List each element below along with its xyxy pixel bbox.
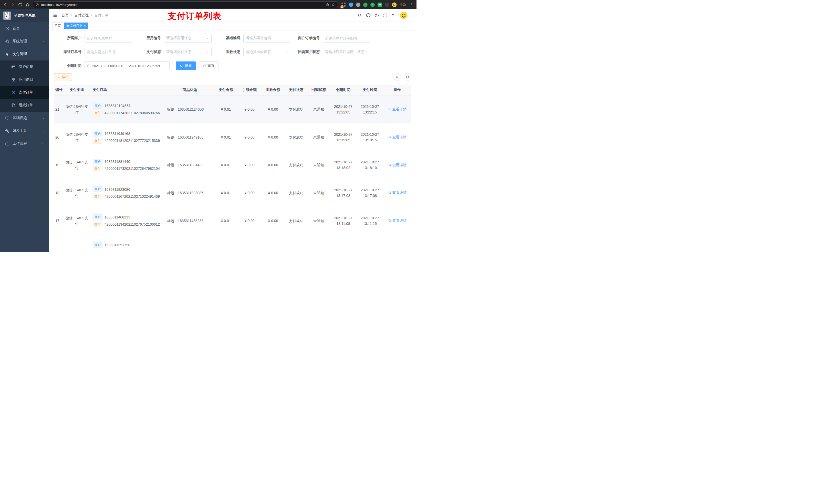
cell-pay-time: 2021-10-27 13:22:15 (357, 96, 383, 123)
merchant-tag: 商户 (93, 103, 102, 109)
refresh-icon (203, 64, 206, 68)
breadcrumb-separator: / (91, 13, 92, 18)
cell-order: 商户1635311823086 支付4200001167202110271022… (91, 179, 165, 207)
url-bar[interactable]: localhost:1024/pay/order (33, 1, 338, 8)
channel-order-no: 4200001194202110276752100612 (104, 221, 160, 227)
cell-amount: ¥ 0.01 (214, 207, 238, 235)
cell-notify: 未通知 (307, 179, 330, 207)
sidebar-item-dev-tools[interactable]: 研发工具 (0, 124, 49, 137)
breadcrumb-current: 支付订单 (94, 13, 109, 18)
extension-check-icon[interactable]: ✓ (371, 3, 375, 7)
breadcrumb-home[interactable]: 首页 (62, 13, 69, 18)
cell-order: 商户1635311351726 (91, 235, 165, 252)
cell-status: 支付成功 (285, 123, 307, 151)
select-placeholder: 请选择支付状态 (166, 50, 205, 54)
chevron-down-icon (42, 142, 45, 145)
sidebar-item-infrastructure[interactable]: 基础设施 (0, 112, 49, 124)
notify-status-select[interactable]: 请选择订单回调商户状态 (323, 48, 371, 56)
merchant-order-no-field[interactable] (325, 36, 368, 40)
filter-label: 应用编号 (133, 36, 164, 41)
pay-tag: 支付 (93, 166, 102, 171)
view-details-link[interactable]: 查看详情 (388, 134, 407, 140)
sidebar-item-home[interactable]: 首页 (0, 22, 49, 35)
view-details-link[interactable]: 查看详情 (388, 106, 407, 112)
view-details-label: 查看详情 (392, 134, 407, 140)
search-icon[interactable] (358, 13, 362, 18)
gear-icon (5, 39, 9, 44)
merchant-order-no-input[interactable] (323, 34, 371, 43)
hamburger-icon[interactable] (53, 13, 58, 18)
pay-status-select[interactable]: 请选择支付状态 (164, 48, 212, 56)
tag-home[interactable]: 首页 (52, 23, 63, 29)
breadcrumb-payment[interactable]: 支付管理 (74, 13, 89, 18)
cell-channel: 微信 JSAPI 支付 (63, 207, 91, 235)
col-create-time: 创建时间 (330, 85, 357, 96)
extension-chat-icon[interactable] (378, 3, 382, 7)
sidebar-item-workflow[interactable]: 工作流程 (0, 137, 49, 150)
view-details-link[interactable]: 查看详情 (388, 162, 407, 168)
refresh-table-button[interactable] (404, 73, 411, 81)
sidebar-item-refund-order[interactable]: 退款订单 (0, 99, 49, 112)
export-button[interactable]: 导出 (54, 73, 72, 81)
browser-menu-icon[interactable] (409, 3, 413, 7)
close-icon[interactable]: × (84, 24, 86, 27)
cell-fee: ¥ 0.00 (238, 151, 261, 179)
cell-fee: ¥ 0.00 (238, 123, 261, 151)
app-title: 芋道管理系统 (14, 13, 35, 18)
merchant-input[interactable] (85, 34, 132, 43)
channel-order-no-field[interactable] (87, 50, 130, 54)
extension-gray-icon[interactable] (356, 3, 360, 7)
user-avatar[interactable] (400, 11, 407, 19)
sidebar-item-merchant-info[interactable]: 商户信息 (0, 61, 49, 73)
extension-blue-icon[interactable] (349, 3, 353, 7)
refund-status-select[interactable]: 请选择退款状态 (243, 48, 291, 56)
github-icon[interactable] (366, 13, 371, 18)
sidebar-item-app-info[interactable]: 应用信息 (0, 73, 49, 86)
extension-green-icon[interactable] (363, 3, 367, 7)
share-icon[interactable] (326, 3, 329, 6)
extension-palette-icon[interactable]: 10 (341, 2, 346, 7)
chevron-up-icon (42, 52, 45, 56)
reset-button[interactable]: 重置 (198, 62, 219, 70)
cell-channel (63, 235, 91, 252)
merchant-input-field[interactable] (87, 36, 130, 40)
browser-update-button[interactable]: 更新 (400, 2, 406, 7)
reload-icon[interactable] (18, 3, 22, 7)
search-icon (180, 64, 183, 68)
fullscreen-icon[interactable] (383, 13, 387, 18)
extension-dark-icon[interactable] (385, 3, 389, 7)
cell-subject: 标题：1635311468233 (165, 207, 214, 235)
cell-action: 查看详情 (383, 123, 411, 151)
back-icon[interactable] (3, 3, 7, 7)
help-icon[interactable] (375, 13, 379, 18)
toggle-search-button[interactable] (394, 73, 401, 81)
channel-order-no-input[interactable] (85, 48, 132, 56)
cell-pay-time: 2021-10-27 13:11:15 (357, 207, 383, 235)
search-button[interactable]: 搜索 (176, 62, 196, 70)
chevron-down-icon (206, 50, 209, 54)
date-range-input[interactable]: 2021-10-01 00:00:00 - 2021-10-31 23:59:5… (85, 62, 170, 70)
view-details-link[interactable]: 查看详情 (388, 190, 407, 195)
sidebar-item-system[interactable]: 系统管理 (0, 35, 49, 48)
app-id-select[interactable]: 请选择应用信息 (164, 34, 212, 43)
cell-refund: ¥ 0.00 (261, 207, 285, 235)
download-icon (57, 75, 61, 79)
bookmark-star-icon[interactable] (331, 3, 335, 6)
chevron-down-icon (364, 50, 368, 54)
browser-home-icon[interactable] (25, 3, 30, 7)
font-size-icon[interactable] (391, 13, 396, 18)
sidebar-item-payment[interactable]: ¥ 支付管理 (0, 48, 49, 61)
sidebar-item-pay-order[interactable]: 支付订单 (0, 86, 49, 99)
col-id: 编号 (54, 85, 63, 96)
site-info-icon[interactable] (35, 3, 39, 6)
cell-id: 21 (54, 96, 63, 123)
export-button-label: 导出 (62, 75, 69, 79)
forward-icon[interactable] (10, 3, 15, 7)
date-end-value: 2021-10-31 23:59:59 (129, 64, 160, 68)
page-content: 所属商户 应用编号 请选择应用信息 渠道编码 请输入渠道编码 (49, 30, 416, 252)
tag-pay-order[interactable]: 支付订单 × (64, 23, 88, 29)
browser-profile-avatar[interactable] (392, 2, 397, 7)
view-details-link[interactable]: 查看详情 (388, 218, 407, 223)
caret-down-icon[interactable] (409, 16, 412, 19)
channel-code-select[interactable]: 请输入渠道编码 (243, 34, 291, 43)
